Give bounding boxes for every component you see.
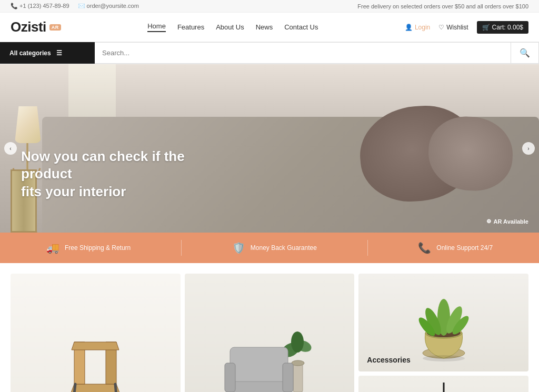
nav-features[interactable]: Features <box>177 23 204 31</box>
hero-prev-button[interactable]: ‹ <box>4 142 17 155</box>
shipping-icon: 🚚 <box>46 242 59 254</box>
svg-rect-24 <box>283 363 293 392</box>
feature-guarantee-label: Money Back Guarantee <box>251 244 317 252</box>
email-address: ✉️ order@yoursite.com <box>78 3 139 9</box>
category-card-furniture[interactable]: Furniture <box>11 274 181 392</box>
chevron-left-icon: ‹ <box>9 146 11 152</box>
feature-divider-2 <box>367 240 368 256</box>
categories-grid: Furniture <box>11 274 528 392</box>
furniture-image <box>11 274 181 392</box>
cart-button[interactable]: 🛒 Cart: 0.00$ <box>477 21 528 34</box>
nav-about[interactable]: About Us <box>216 23 244 31</box>
header: Ozisti AR Home Features About Us News Co… <box>0 13 539 42</box>
svg-point-13 <box>291 331 304 353</box>
furniture-chair-svg <box>43 300 148 392</box>
ar-icon: ⊕ <box>486 218 491 225</box>
nav-news[interactable]: News <box>256 23 273 31</box>
ar-available-badge: ⊕ AR Available <box>486 218 528 225</box>
promo-text: Free delivery on selected orders over $5… <box>357 3 528 9</box>
top-bar-left: 📞 +1 (123) 457-89-89 ✉️ order@yoursite.c… <box>11 3 139 9</box>
logo-ar-badge: AR <box>49 24 61 31</box>
svg-rect-22 <box>230 347 288 381</box>
svg-rect-23 <box>225 363 235 392</box>
category-dropdown[interactable]: All categories ☰ <box>0 42 95 64</box>
phone-number: 📞 +1 (123) 457-89-89 <box>11 3 69 9</box>
feature-support: 📞 Online Support 24/7 <box>418 242 493 254</box>
heart-icon: ♡ <box>438 24 444 31</box>
sofa-svg <box>212 295 327 392</box>
chevron-right-icon: › <box>527 146 529 152</box>
search-button[interactable]: 🔍 <box>511 43 538 63</box>
logo-text: Ozisti <box>11 19 46 35</box>
email-icon: ✉️ <box>78 3 85 9</box>
support-icon: 📞 <box>418 242 431 254</box>
feature-shipping-label: Free Shipping & Return <box>65 244 131 252</box>
hero-content: Now you can check if the product fits yo… <box>21 148 232 201</box>
nav-contact[interactable]: Contact Us <box>284 23 318 31</box>
search-input[interactable] <box>95 44 511 62</box>
phone-icon: 📞 <box>11 3 18 9</box>
category-label: All categories <box>9 49 51 57</box>
category-card-accessories[interactable]: Accessories <box>358 274 528 371</box>
svg-marker-3 <box>72 342 119 350</box>
hero-banner: ‹ Now you can check if the product fits … <box>0 64 539 233</box>
main-nav: Home Features About Us News Contact Us <box>147 22 318 32</box>
feature-shipping: 🚚 Free Shipping & Return <box>46 242 131 254</box>
hero-headline: Now you can check if the product fits yo… <box>21 148 232 201</box>
login-icon: 👤 <box>405 24 413 31</box>
wishlist-button[interactable]: ♡ Wishlist <box>438 24 468 31</box>
header-actions: 👤 Login ♡ Wishlist 🛒 Cart: 0.00$ <box>405 21 528 34</box>
cart-icon: 🛒 <box>482 24 490 31</box>
accessories-label: Accessories <box>367 356 411 364</box>
search-icon: 🔍 <box>520 48 530 57</box>
logo: Ozisti AR <box>11 19 61 35</box>
svg-point-10 <box>292 360 304 366</box>
accessories-svg <box>402 280 486 365</box>
hero-next-button[interactable]: › <box>522 142 535 155</box>
login-button[interactable]: 👤 Login <box>405 24 430 31</box>
category-card-sofas[interactable]: Sofas & Armchairs <box>185 274 355 392</box>
lamp-shade <box>15 106 41 143</box>
feature-support-label: Online Support 24/7 <box>436 244 493 252</box>
hamburger-icon: ☰ <box>56 49 62 57</box>
top-bar: 📞 +1 (123) 457-89-89 ✉️ order@yoursite.c… <box>0 0 539 13</box>
guarantee-icon: 🛡️ <box>232 242 245 254</box>
category-card-lighting[interactable]: Lighting <box>358 376 528 392</box>
search-field: 🔍 <box>95 42 539 64</box>
svg-rect-9 <box>293 363 303 392</box>
search-bar: All categories ☰ 🔍 <box>0 42 539 64</box>
lighting-svg <box>391 383 496 392</box>
feature-guarantee: 🛡️ Money Back Guarantee <box>232 242 317 254</box>
categories-section: Furniture <box>0 263 539 392</box>
svg-point-36 <box>423 355 465 361</box>
sofas-image <box>185 274 355 392</box>
features-bar: 🚚 Free Shipping & Return 🛡️ Money Back G… <box>0 233 539 263</box>
lighting-image <box>358 376 528 392</box>
feature-divider-1 <box>181 240 182 256</box>
nav-home[interactable]: Home <box>147 22 166 32</box>
